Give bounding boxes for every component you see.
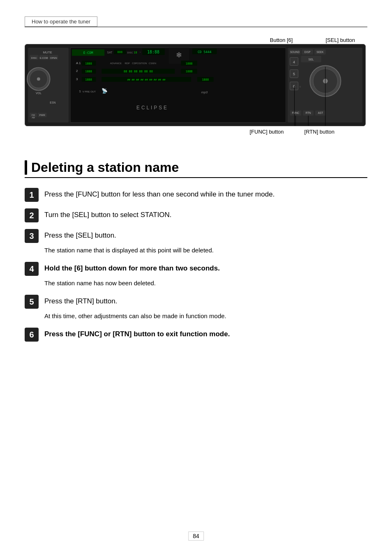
svg-text:SEEK: SEEK	[316, 51, 324, 53]
step-5-main-row: 5Press the [RTN] button.	[25, 295, 367, 309]
svg-text:ECLIPSE: ECLIPSE	[136, 105, 168, 111]
svg-text:CS/EN: CS/EN	[149, 62, 156, 65]
svg-text:V PRE OUT: V PRE OUT	[83, 90, 96, 93]
section-accent-bar	[25, 160, 27, 175]
step-3-badge: 3	[25, 229, 39, 243]
svg-text:RDP: RDP	[125, 62, 130, 65]
diagram-labels-above: Button [6] [SEL] button	[25, 37, 367, 43]
step-1: 1Press the [FUNC] button for less than o…	[25, 188, 367, 202]
step-4-main-row: 4Hold the [6] button down for more than …	[25, 262, 367, 276]
svg-text:E-COM: E-COM	[83, 51, 93, 55]
step-3: 3Press the [SEL] button.The station name…	[25, 229, 367, 255]
svg-text:1888: 1888	[85, 62, 92, 65]
svg-text:1888: 1888	[85, 70, 92, 73]
step-1-text: Press the [FUNC] button for less than on…	[44, 188, 274, 200]
step-5-badge: 5	[25, 295, 39, 309]
svg-text:ADVANCE: ADVANCE	[110, 62, 122, 65]
step-6-main-row: 6Press the [FUNC] or [RTN] button to exi…	[25, 328, 367, 342]
svg-text:AM: AM	[32, 117, 35, 119]
svg-text:OPEN: OPEN	[50, 57, 57, 59]
svg-text:○: ○	[299, 85, 301, 88]
step-1-main-row: 1Press the [FUNC] button for less than o…	[25, 188, 367, 202]
svg-text:FM: FM	[32, 114, 35, 116]
svg-text:## ## ## ## ## ## ## ## ##: ## ## ## ## ## ## ## ## ##	[127, 78, 166, 81]
svg-text:18: 18	[134, 51, 137, 54]
svg-text:DISC: DISC	[127, 51, 134, 54]
svg-text:RTN: RTN	[306, 111, 311, 114]
section-title-wrapper: Deleting a station name	[25, 160, 367, 178]
svg-text:5: 5	[79, 90, 81, 93]
step-3-text: Press the [SEL] button.	[44, 229, 116, 241]
step-2: 2Turn the [SEL] button to select STATION…	[25, 208, 367, 222]
label-func-below: [FUNC] button	[249, 129, 284, 135]
svg-text:DISC: DISC	[31, 57, 37, 59]
page-number: 84	[188, 532, 204, 541]
svg-text:1888: 1888	[186, 62, 193, 65]
svg-text:E-COM: E-COM	[40, 57, 48, 59]
step-5: 5Press the [RTN] button.At this time, ot…	[25, 295, 367, 321]
step-1-badge: 1	[25, 188, 39, 202]
main-content: Deleting a station name 1Press the [FUNC…	[25, 160, 367, 342]
step-6: 6Press the [FUNC] or [RTN] button to exi…	[25, 328, 367, 342]
svg-text:mp3: mp3	[201, 90, 208, 94]
svg-text:MUTE: MUTE	[43, 51, 52, 54]
step-4-badge: 4	[25, 262, 39, 276]
svg-text:18:88: 18:88	[147, 50, 159, 54]
step-6-badge: 6	[25, 328, 39, 342]
step-5-subtext: At this time, other adjustments can also…	[44, 311, 367, 321]
svg-text:3: 3	[76, 77, 78, 81]
svg-text:📡: 📡	[101, 88, 108, 94]
svg-text:VOL: VOL	[36, 92, 42, 95]
svg-text:SAT: SAT	[107, 51, 113, 54]
step-4: 4Hold the [6] button down for more than …	[25, 262, 367, 288]
svg-text:ESN: ESN	[50, 101, 55, 104]
step-2-badge: 2	[25, 208, 39, 222]
svg-text:888: 888	[118, 51, 123, 54]
svg-text:4: 4	[293, 60, 295, 64]
section-title: Deleting a station name	[31, 160, 179, 175]
steps-container: 1Press the [FUNC] button for less than o…	[25, 188, 367, 342]
svg-text:2: 2	[76, 69, 78, 73]
svg-text:1888: 1888	[85, 78, 92, 81]
svg-point-11	[37, 77, 40, 81]
svg-text:CD 5444: CD 5444	[198, 50, 212, 54]
device-section: Button [6] [SEL] button MUTE DISC E-COM …	[25, 37, 367, 135]
svg-text:6: 6	[293, 84, 295, 88]
step-2-text: Turn the [SEL] button to select STATION.	[44, 208, 172, 220]
step-3-main-row: 3Press the [SEL] button.	[25, 229, 367, 243]
breadcrumb: How to operate the tuner	[25, 16, 97, 27]
step-4-text: Hold the [6] button down for more than t…	[44, 262, 220, 274]
label-rtn-below: [RTN] button	[304, 129, 334, 135]
svg-text:AST: AST	[318, 111, 323, 114]
top-divider	[25, 27, 367, 27]
svg-text:POSITION: POSITION	[135, 62, 147, 65]
device-diagram: MUTE DISC E-COM OPEN VOL ESN FM AM PWR E…	[25, 44, 366, 126]
svg-text:°: °	[140, 52, 141, 54]
svg-text:1888: 1888	[202, 78, 209, 81]
step-4-subtext: The station name has now been deleted.	[44, 278, 367, 288]
svg-text:88 88 88 88 88 88: 88 88 88 88 88 88	[124, 70, 153, 73]
label-sel-button: [SEL] button	[325, 37, 355, 43]
svg-text:5: 5	[293, 72, 295, 76]
svg-text:DISP: DISP	[304, 51, 311, 53]
svg-text:1888: 1888	[186, 70, 193, 73]
step-2-main-row: 2Turn the [SEL] button to select STATION…	[25, 208, 367, 222]
svg-text:❄: ❄	[176, 51, 182, 59]
step-3-subtext: The station name that is displayed at th…	[44, 245, 367, 255]
svg-text:A 1: A 1	[76, 61, 81, 65]
svg-text:SOUND: SOUND	[290, 51, 300, 53]
step-5-text: Press the [RTN] button.	[44, 295, 117, 307]
step-6-text: Press the [FUNC] or [RTN] button to exit…	[44, 328, 230, 340]
label-button6: Button [6]	[270, 37, 293, 43]
svg-text:FUNC: FUNC	[292, 111, 300, 114]
svg-text:PWR: PWR	[39, 114, 46, 116]
svg-text:SEL: SEL	[309, 58, 314, 61]
